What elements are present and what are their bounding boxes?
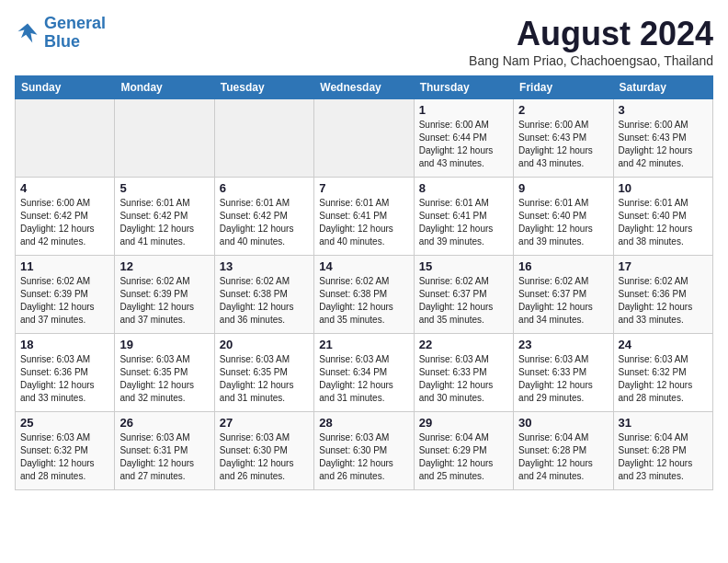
- day-info: Sunrise: 6:04 AMSunset: 6:28 PMDaylight:…: [619, 431, 708, 483]
- calendar-cell: 2Sunrise: 6:00 AMSunset: 6:43 PMDaylight…: [514, 99, 613, 178]
- calendar-cell: 23Sunrise: 6:03 AMSunset: 6:33 PMDayligh…: [514, 334, 613, 412]
- logo: General Blue: [15, 15, 106, 52]
- calendar-week-row: 25Sunrise: 6:03 AMSunset: 6:32 PMDayligh…: [16, 412, 713, 490]
- day-info: Sunrise: 6:01 AMSunset: 6:41 PMDaylight:…: [319, 197, 408, 248]
- day-number: 31: [619, 416, 708, 430]
- calendar-cell: 22Sunrise: 6:03 AMSunset: 6:33 PMDayligh…: [414, 334, 513, 412]
- day-number: 18: [20, 338, 109, 351]
- calendar-cell: 12Sunrise: 6:02 AMSunset: 6:39 PMDayligh…: [115, 256, 214, 334]
- calendar-week-row: 18Sunrise: 6:03 AMSunset: 6:36 PMDayligh…: [16, 334, 713, 412]
- day-info: Sunrise: 6:03 AMSunset: 6:32 PMDaylight:…: [20, 431, 109, 483]
- calendar-cell: 10Sunrise: 6:01 AMSunset: 6:40 PMDayligh…: [613, 178, 712, 256]
- calendar-cell: 4Sunrise: 6:00 AMSunset: 6:42 PMDaylight…: [16, 178, 115, 256]
- day-number: 6: [220, 181, 309, 195]
- calendar-week-row: 11Sunrise: 6:02 AMSunset: 6:39 PMDayligh…: [16, 256, 713, 334]
- day-info: Sunrise: 6:03 AMSunset: 6:34 PMDaylight:…: [319, 353, 408, 405]
- calendar-cell: 19Sunrise: 6:03 AMSunset: 6:35 PMDayligh…: [115, 334, 214, 412]
- calendar-cell: 31Sunrise: 6:04 AMSunset: 6:28 PMDayligh…: [613, 412, 712, 490]
- day-info: Sunrise: 6:02 AMSunset: 6:38 PMDaylight:…: [319, 275, 408, 327]
- day-number: 14: [319, 259, 408, 273]
- calendar-cell: 20Sunrise: 6:03 AMSunset: 6:35 PMDayligh…: [214, 334, 313, 412]
- calendar-cell: 25Sunrise: 6:03 AMSunset: 6:32 PMDayligh…: [16, 412, 115, 490]
- day-number: 21: [319, 338, 408, 351]
- day-info: Sunrise: 6:03 AMSunset: 6:33 PMDaylight:…: [419, 353, 508, 405]
- day-info: Sunrise: 6:00 AMSunset: 6:44 PMDaylight:…: [419, 119, 508, 170]
- calendar-cell: 5Sunrise: 6:01 AMSunset: 6:42 PMDaylight…: [115, 178, 214, 256]
- day-info: Sunrise: 6:00 AMSunset: 6:42 PMDaylight:…: [20, 197, 109, 248]
- day-info: Sunrise: 6:02 AMSunset: 6:36 PMDaylight:…: [619, 275, 708, 327]
- weekday-header: Wednesday: [314, 76, 414, 99]
- day-info: Sunrise: 6:03 AMSunset: 6:30 PMDaylight:…: [220, 431, 309, 483]
- day-number: 13: [220, 259, 309, 273]
- day-info: Sunrise: 6:03 AMSunset: 6:35 PMDaylight:…: [119, 353, 209, 405]
- calendar-cell: [16, 99, 115, 178]
- day-info: Sunrise: 6:03 AMSunset: 6:32 PMDaylight:…: [619, 353, 708, 405]
- day-number: 30: [518, 416, 608, 430]
- day-number: 2: [518, 103, 608, 117]
- day-number: 22: [419, 338, 508, 351]
- day-number: 24: [619, 338, 708, 351]
- weekday-header: Sunday: [16, 76, 115, 99]
- calendar-week-row: 4Sunrise: 6:00 AMSunset: 6:42 PMDaylight…: [16, 178, 713, 256]
- weekday-header: Thursday: [414, 76, 513, 99]
- calendar-cell: 15Sunrise: 6:02 AMSunset: 6:37 PMDayligh…: [414, 256, 513, 334]
- day-info: Sunrise: 6:03 AMSunset: 6:31 PMDaylight:…: [119, 431, 209, 483]
- day-number: 25: [20, 416, 109, 430]
- day-info: Sunrise: 6:02 AMSunset: 6:39 PMDaylight:…: [20, 275, 109, 327]
- calendar-cell: 26Sunrise: 6:03 AMSunset: 6:31 PMDayligh…: [115, 412, 214, 490]
- day-info: Sunrise: 6:02 AMSunset: 6:39 PMDaylight:…: [119, 275, 209, 327]
- day-number: 29: [419, 416, 508, 430]
- calendar-cell: 11Sunrise: 6:02 AMSunset: 6:39 PMDayligh…: [16, 256, 115, 334]
- day-number: 19: [119, 338, 209, 351]
- calendar-cell: 24Sunrise: 6:03 AMSunset: 6:32 PMDayligh…: [613, 334, 712, 412]
- day-info: Sunrise: 6:01 AMSunset: 6:42 PMDaylight:…: [220, 197, 309, 248]
- calendar-cell: 21Sunrise: 6:03 AMSunset: 6:34 PMDayligh…: [314, 334, 414, 412]
- page-header: General Blue August 2024 Bang Nam Priao,…: [15, 15, 713, 68]
- calendar-cell: 16Sunrise: 6:02 AMSunset: 6:37 PMDayligh…: [514, 256, 613, 334]
- day-number: 26: [119, 416, 209, 430]
- calendar-cell: 14Sunrise: 6:02 AMSunset: 6:38 PMDayligh…: [314, 256, 414, 334]
- day-number: 3: [619, 103, 708, 117]
- day-number: 17: [619, 259, 708, 273]
- weekday-header: Monday: [115, 76, 214, 99]
- day-info: Sunrise: 6:01 AMSunset: 6:40 PMDaylight:…: [518, 197, 608, 248]
- calendar-cell: 29Sunrise: 6:04 AMSunset: 6:29 PMDayligh…: [414, 412, 513, 490]
- calendar-cell: [214, 99, 313, 178]
- logo-line2: Blue: [44, 32, 80, 51]
- calendar-week-row: 1Sunrise: 6:00 AMSunset: 6:44 PMDaylight…: [16, 99, 713, 178]
- calendar-cell: 1Sunrise: 6:00 AMSunset: 6:44 PMDaylight…: [414, 99, 513, 178]
- calendar-cell: 30Sunrise: 6:04 AMSunset: 6:28 PMDayligh…: [514, 412, 613, 490]
- location-subtitle: Bang Nam Priao, Chachoengsao, Thailand: [469, 53, 713, 68]
- day-info: Sunrise: 6:02 AMSunset: 6:38 PMDaylight:…: [220, 275, 309, 327]
- day-info: Sunrise: 6:02 AMSunset: 6:37 PMDaylight:…: [518, 275, 608, 327]
- day-number: 23: [518, 338, 608, 351]
- day-number: 28: [319, 416, 408, 430]
- day-number: 1: [419, 103, 508, 117]
- calendar-cell: 18Sunrise: 6:03 AMSunset: 6:36 PMDayligh…: [16, 334, 115, 412]
- day-info: Sunrise: 6:00 AMSunset: 6:43 PMDaylight:…: [518, 119, 608, 170]
- day-info: Sunrise: 6:03 AMSunset: 6:33 PMDaylight:…: [518, 353, 608, 405]
- day-number: 4: [20, 181, 109, 195]
- calendar-cell: 8Sunrise: 6:01 AMSunset: 6:41 PMDaylight…: [414, 178, 513, 256]
- calendar-cell: 7Sunrise: 6:01 AMSunset: 6:41 PMDaylight…: [314, 178, 414, 256]
- day-number: 16: [518, 259, 608, 273]
- calendar-cell: 17Sunrise: 6:02 AMSunset: 6:36 PMDayligh…: [613, 256, 712, 334]
- day-number: 12: [119, 259, 209, 273]
- month-title: August 2024: [469, 15, 713, 53]
- calendar-cell: [314, 99, 414, 178]
- day-info: Sunrise: 6:01 AMSunset: 6:40 PMDaylight:…: [619, 197, 708, 248]
- calendar-cell: 6Sunrise: 6:01 AMSunset: 6:42 PMDaylight…: [214, 178, 313, 256]
- title-block: August 2024 Bang Nam Priao, Chachoengsao…: [469, 15, 713, 68]
- calendar-cell: 27Sunrise: 6:03 AMSunset: 6:30 PMDayligh…: [214, 412, 313, 490]
- day-number: 10: [619, 181, 708, 195]
- weekday-header: Friday: [514, 76, 613, 99]
- day-number: 5: [119, 181, 209, 195]
- weekday-header: Saturday: [613, 76, 712, 99]
- calendar-cell: 3Sunrise: 6:00 AMSunset: 6:43 PMDaylight…: [613, 99, 712, 178]
- day-info: Sunrise: 6:01 AMSunset: 6:42 PMDaylight:…: [119, 197, 209, 248]
- calendar-cell: 13Sunrise: 6:02 AMSunset: 6:38 PMDayligh…: [214, 256, 313, 334]
- day-info: Sunrise: 6:00 AMSunset: 6:43 PMDaylight:…: [619, 119, 708, 170]
- svg-marker-0: [18, 23, 38, 42]
- weekday-header-row: SundayMondayTuesdayWednesdayThursdayFrid…: [16, 76, 713, 99]
- day-info: Sunrise: 6:03 AMSunset: 6:36 PMDaylight:…: [20, 353, 109, 405]
